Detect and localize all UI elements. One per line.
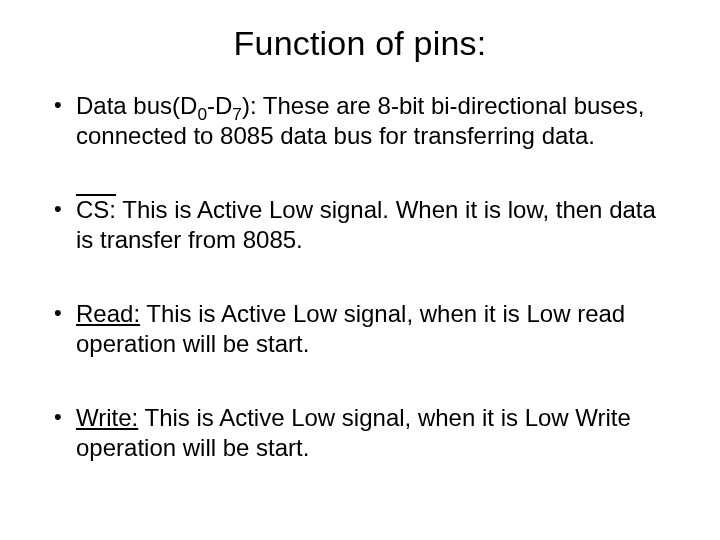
bullet-cs: CS: This is Active Low signal. When it i…: [48, 195, 672, 255]
pin-label-cs: CS:: [76, 196, 116, 223]
slide: Function of pins: Data bus(D0-D7): These…: [0, 0, 720, 540]
bullet-text: This is Active Low signal. When it is lo…: [76, 196, 656, 253]
subscript-zero: 0: [197, 104, 207, 124]
bullet-text: This is Active Low signal, when it is Lo…: [76, 404, 631, 461]
bullet-data-bus: Data bus(D0-D7): These are 8-bit bi-dire…: [48, 91, 672, 151]
bullet-text: This is Active Low signal, when it is Lo…: [76, 300, 625, 357]
bullet-text: Data bus(D: [76, 92, 197, 119]
subscript-seven: 7: [232, 104, 242, 124]
pin-label-read: Read:: [76, 300, 140, 327]
bullet-write: Write: This is Active Low signal, when i…: [48, 403, 672, 463]
slide-title: Function of pins:: [48, 24, 672, 63]
bullet-list: Data bus(D0-D7): These are 8-bit bi-dire…: [48, 91, 672, 463]
bullet-text: -D: [207, 92, 232, 119]
bullet-read: Read: This is Active Low signal, when it…: [48, 299, 672, 359]
pin-label-write: Write:: [76, 404, 138, 431]
